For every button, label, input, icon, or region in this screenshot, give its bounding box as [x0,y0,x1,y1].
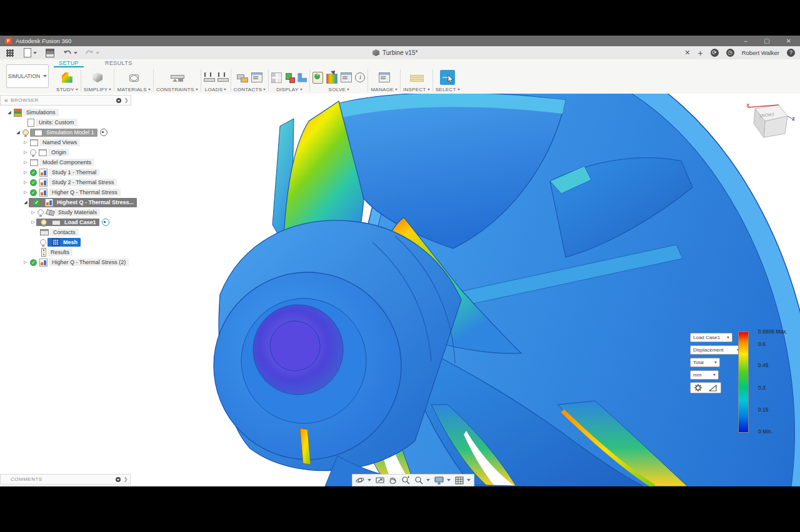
undo-icon[interactable] [63,49,72,57]
grid-caret-icon[interactable] [467,479,471,481]
activate-radio-icon[interactable] [102,219,109,226]
tree-item-highest-q[interactable]: Highest Q - Thermal Stress... [0,197,131,207]
expander-icon[interactable] [30,220,36,225]
group-solve-label[interactable]: SOLVE [329,87,346,92]
visibility-bulb-icon[interactable] [40,239,46,245]
collapse-panel-icon[interactable] [1,97,11,104]
tree-item-label[interactable]: Mesh [63,239,78,245]
group-materials-label[interactable]: MATERIALS [117,87,146,92]
visibility-bulb-icon[interactable] [22,129,29,135]
document-tab-label[interactable]: Turbine v15* [382,49,418,56]
tree-item-label[interactable]: Units: Custom [36,119,78,126]
group-contacts[interactable]: CONTACTS [231,68,269,93]
visibility-bulb-icon[interactable] [30,149,36,155]
expander-icon[interactable] [6,110,12,115]
group-simplify[interactable]: SIMPLIFY [81,68,114,93]
activate-radio-icon[interactable] [100,129,108,136]
job-status-icon[interactable] [341,72,352,82]
tree-item-study1[interactable]: Study 1 - Thermal [0,167,131,177]
precheck-icon[interactable] [312,72,323,84]
look-at-tool[interactable] [376,476,384,484]
expander-icon[interactable] [15,130,21,135]
group-simplify-label[interactable]: SIMPLIFY [84,87,108,92]
selected-item-chip[interactable]: Simulation Model 1 [30,129,98,137]
tree-item-mesh[interactable]: Mesh [0,237,131,247]
show-mesh-icon[interactable] [298,73,307,82]
tree-item-units[interactable]: Units: Custom [0,117,131,127]
visibility-bulb-icon[interactable] [41,219,47,225]
degrees-of-freedom-icon[interactable] [271,72,282,83]
zoom-tool[interactable] [401,476,410,485]
save-icon[interactable] [46,49,54,57]
tree-item-label[interactable]: Results [48,249,72,256]
manage-contacts-icon[interactable] [251,72,262,82]
tab-setup[interactable]: SETUP [54,59,84,67]
undo-caret-icon[interactable] [74,52,78,54]
expander-icon[interactable] [22,180,29,185]
tree-item-results[interactable]: Results [0,247,131,257]
comments-bar[interactable]: COMMENTS ❯ [0,474,131,485]
legend-settings-gear-icon[interactable] [694,384,702,392]
close-tab-button[interactable]: ✕ [684,49,690,57]
tree-item-model-components[interactable]: Model Components [0,157,131,167]
tree-item-label[interactable]: Higher Q - Thermal Stress (2) [49,259,129,266]
tree-item-origin[interactable]: Origin [0,147,131,157]
view-cube[interactable]: FRONT X Z [746,100,795,145]
tree-item-contacts[interactable]: Contacts [0,227,131,237]
fit-caret-icon[interactable] [426,479,430,481]
model-viewport[interactable]: FRONT X Z BROWSER ❯ Simulations Units: C… [0,94,800,486]
expander-icon[interactable] [22,150,29,155]
app-launcher-icon[interactable] [6,49,14,57]
comments-expand-icon[interactable]: ❯ [124,476,128,482]
group-inspect[interactable]: INSPECT [401,68,432,93]
inspect-icon[interactable] [410,74,422,81]
component-dropdown[interactable]: Total [690,358,720,367]
tree-item-label[interactable]: Contacts [50,229,79,236]
show-constraints-icon[interactable] [285,73,294,82]
group-manage-label[interactable]: MANAGE [371,87,393,92]
maximize-button[interactable]: ▢ [764,36,769,46]
structural-load-icon[interactable] [204,72,214,82]
unit-dropdown[interactable]: mm [690,370,719,380]
group-materials[interactable]: MATERIALS [114,68,152,93]
expander-icon[interactable] [22,170,29,175]
group-loads[interactable]: LOADS [201,68,231,93]
tree-item-label[interactable]: Study 1 - Thermal [49,169,99,176]
redo-caret-icon[interactable] [96,52,99,54]
help-icon[interactable]: ? [787,49,795,57]
manage-icon[interactable] [379,72,390,82]
orbit-tool[interactable] [356,476,371,485]
constraints-icon[interactable] [171,73,183,82]
file-menu-caret-icon[interactable] [33,52,37,54]
group-select[interactable]: SELECT [433,68,462,93]
panel-options-icon[interactable] [116,98,121,103]
tree-item-label[interactable]: Highest Q - Thermal Stress... [57,199,134,205]
file-menu-icon[interactable] [24,48,31,57]
redo-icon[interactable] [85,49,94,57]
tree-item-simulations[interactable]: Simulations [0,107,131,117]
pan-tool[interactable] [389,476,397,485]
group-solve[interactable]: i SOLVE [310,68,368,93]
tree-item-named-views[interactable]: Named Views [0,137,131,147]
expander-icon[interactable] [30,210,36,215]
result-type-dropdown[interactable]: Displacement [690,345,742,355]
solve-details-icon[interactable]: i [355,72,365,82]
display-settings-tool[interactable] [434,476,451,485]
contacts-icon[interactable] [237,73,248,82]
tree-item-label[interactable]: Model Components [39,159,94,166]
tree-item-study2[interactable]: Study 2 - Thermal Stress [0,177,131,187]
materials-icon[interactable] [128,72,139,82]
tree-item-label[interactable]: Origin [48,149,69,156]
selected-item-chip[interactable]: Mesh [48,238,81,247]
tree-item-label[interactable]: Load Case1 [64,219,96,225]
tree-item-label[interactable]: Higher Q - Thermal Stress [49,189,121,196]
select-icon[interactable] [440,70,455,85]
expander-icon[interactable] [22,140,29,145]
panel-expand-icon[interactable]: ❯ [124,97,129,103]
study-icon[interactable] [62,72,72,83]
display-caret-icon[interactable] [447,479,451,481]
expander-icon[interactable] [22,260,29,265]
comments-options-icon[interactable] [116,477,121,482]
orbit-caret-icon[interactable] [368,479,371,481]
group-display[interactable]: DISPLAY [269,68,309,93]
